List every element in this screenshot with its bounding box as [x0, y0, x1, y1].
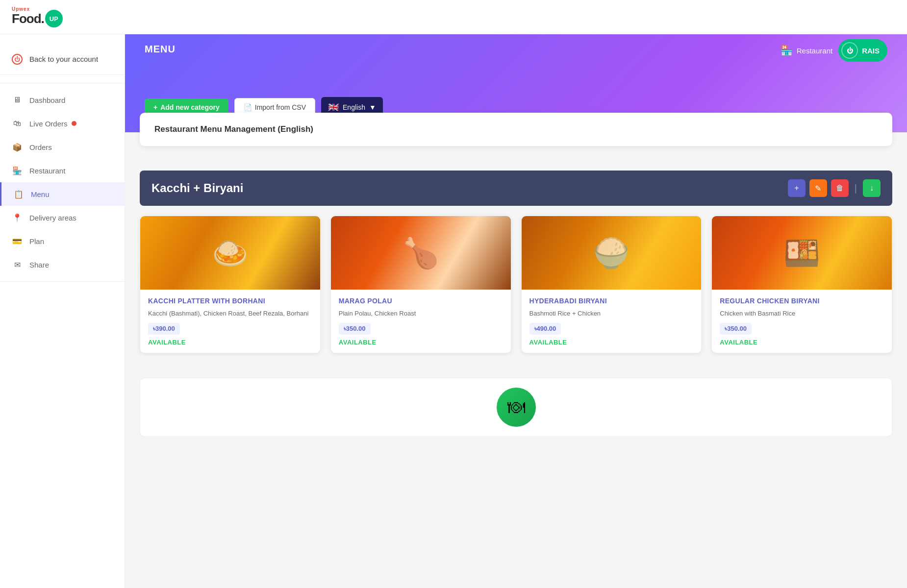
power-symbol: ⏻	[847, 47, 853, 54]
sidebar-item-share[interactable]: ✉ Share	[0, 253, 125, 276]
live-orders-icon: 🛍	[12, 118, 23, 129]
menu-item-status-1: AVAILABLE	[148, 339, 312, 346]
bottom-section: 🍽	[140, 378, 892, 437]
hero-top-bar: MENU 🏪 Restaurant ⏻ RAIS	[125, 34, 907, 64]
category-title: Kacchi + Biryani	[151, 181, 243, 195]
menu-page-label: MENU	[145, 44, 176, 55]
sidebar-label-dashboard: Dashboard	[29, 96, 65, 104]
top-header: Upwex Food. UP	[0, 0, 907, 34]
main-content: MENU 🏪 Restaurant ⏻ RAIS +	[125, 34, 907, 588]
menu-item-desc-1: Kacchi (Bashmati), Chicken Roast, Beef R…	[148, 309, 312, 318]
sidebar-label-orders: Orders	[29, 143, 52, 151]
menu-card-2: 🍗 MARAG POLAU Plain Polau, Chicken Roast…	[330, 216, 511, 353]
menu-item-image-3: 🍚	[522, 216, 702, 290]
back-to-account-button[interactable]: Back to your account	[0, 44, 125, 75]
sidebar-item-orders[interactable]: 📦 Orders	[0, 135, 125, 159]
import-csv-label: Import from CSV	[255, 103, 306, 111]
content-card: Restaurant Menu Management (English)	[140, 113, 892, 146]
sidebar-divider-top	[0, 83, 125, 83]
sidebar-item-menu[interactable]: 📋 Menu	[0, 182, 125, 206]
add-category-label: Add new category	[160, 103, 220, 111]
menu-item-status-3: AVAILABLE	[529, 339, 694, 346]
delivery-areas-icon: 📍	[12, 212, 23, 223]
menu-items-grid: 🍛 KACCHI PLATTER WITH BORHANI Kacchi (Ba…	[140, 216, 892, 353]
category-actions: + ✎ 🗑 | ↓	[788, 179, 881, 197]
menu-item-desc-2: Plain Polau, Chicken Roast	[339, 309, 503, 318]
page-title: Restaurant Menu Management (English)	[154, 124, 878, 134]
menu-item-status-2: AVAILABLE	[339, 339, 503, 346]
user-avatar: ⏻	[841, 42, 858, 59]
menu-card-4: 🍱 REGULAR CHICKEN BIRYANI Chicken with B…	[711, 216, 892, 353]
flag-icon: 🇬🇧	[328, 102, 339, 113]
orders-icon: 📦	[12, 142, 23, 152]
menu-card-body-2: MARAG POLAU Plain Polau, Chicken Roast ৳…	[331, 290, 511, 353]
chevron-down-icon: ▼	[369, 103, 376, 111]
add-item-icon: +	[794, 184, 799, 193]
category-header: Kacchi + Biryani + ✎ 🗑 | ↓	[140, 171, 892, 206]
sidebar-label-delivery-areas: Delivery areas	[29, 214, 76, 222]
sidebar-item-delivery-areas[interactable]: 📍 Delivery areas	[0, 206, 125, 229]
back-label: Back to your account	[29, 54, 98, 64]
menu-icon: 📋	[13, 189, 24, 199]
sidebar-label-share: Share	[29, 261, 49, 269]
restaurant-icon: 🏪	[12, 165, 23, 176]
restaurant-button[interactable]: 🏪 Restaurant	[781, 45, 832, 56]
menu-item-price-4: ৳350.00	[720, 323, 752, 335]
menu-item-image-4: 🍱	[712, 216, 892, 290]
sidebar-item-live-orders[interactable]: 🛍 Live Orders	[0, 112, 125, 135]
sidebar-label-menu: Menu	[31, 190, 50, 198]
power-icon	[12, 54, 23, 65]
sidebar-divider-bottom	[0, 281, 125, 282]
dashboard-icon: 🖥	[12, 95, 23, 105]
menu-item-image-1: 🍛	[140, 216, 320, 290]
menu-item-price-1: ৳390.00	[148, 323, 180, 335]
action-divider: |	[853, 183, 859, 194]
live-orders-badge	[72, 121, 76, 126]
edit-icon: ✎	[815, 184, 821, 193]
logo-name: Food.	[12, 11, 44, 26]
hero-right-actions: 🏪 Restaurant ⏻ RAIS	[781, 39, 887, 62]
restaurant-icon-header: 🏪	[781, 45, 793, 56]
sidebar-item-restaurant[interactable]: 🏪 Restaurant	[0, 159, 125, 182]
menu-item-price-3: ৳490.00	[529, 323, 561, 335]
edit-category-button[interactable]: ✎	[809, 179, 827, 197]
logo: Upwex Food. UP	[12, 6, 63, 27]
menu-item-image-2: 🍗	[331, 216, 511, 290]
menu-item-name-1: KACCHI PLATTER WITH BORHANI	[148, 296, 312, 305]
sidebar-item-plan[interactable]: 💳 Plan	[0, 229, 125, 253]
plan-icon: 💳	[12, 236, 23, 246]
delete-icon: 🗑	[836, 184, 844, 193]
logo-badge: UP	[45, 10, 63, 27]
add-icon: +	[153, 103, 157, 111]
menu-item-name-4: REGULAR CHICKEN BIRYANI	[720, 296, 884, 305]
user-name: RAIS	[862, 47, 880, 55]
restaurant-label: Restaurant	[797, 47, 832, 55]
csv-icon: 📄	[244, 103, 252, 111]
user-button[interactable]: ⏻ RAIS	[838, 39, 887, 62]
move-category-button[interactable]: ↓	[863, 179, 881, 197]
category-section: Kacchi + Biryani + ✎ 🗑 | ↓	[140, 171, 892, 368]
share-icon: ✉	[12, 259, 23, 270]
menu-card-3: 🍚 HYDERABADI BIRYANI Bashmoti Rice + Chi…	[521, 216, 702, 353]
sidebar-label-plan: Plan	[29, 237, 44, 245]
sidebar-item-dashboard[interactable]: 🖥 Dashboard	[0, 88, 125, 112]
menu-item-desc-4: Chicken with Basmati Rice	[720, 309, 884, 318]
language-label: English	[343, 103, 365, 111]
menu-card-body-3: HYDERABADI BIRYANI Bashmoti Rice + Chick…	[522, 290, 702, 353]
menu-item-desc-3: Bashmoti Rice + Chicken	[529, 309, 694, 318]
sidebar-label-live-orders: Live Orders	[29, 120, 68, 128]
menu-item-status-4: AVAILABLE	[720, 339, 884, 346]
menu-card-body-1: KACCHI PLATTER WITH BORHANI Kacchi (Bash…	[140, 290, 320, 353]
sidebar: Back to your account 🖥 Dashboard 🛍 Live …	[0, 34, 125, 588]
add-item-button[interactable]: +	[788, 179, 806, 197]
sidebar-label-restaurant: Restaurant	[29, 167, 65, 175]
menu-card-body-4: REGULAR CHICKEN BIRYANI Chicken with Bas…	[712, 290, 892, 353]
delete-category-button[interactable]: 🗑	[831, 179, 849, 197]
menu-card-1: 🍛 KACCHI PLATTER WITH BORHANI Kacchi (Ba…	[140, 216, 321, 353]
move-down-icon: ↓	[870, 184, 874, 193]
menu-item-name-2: MARAG POLAU	[339, 296, 503, 305]
menu-item-price-2: ৳350.00	[339, 323, 371, 335]
menu-item-name-3: HYDERABADI BIRYANI	[529, 296, 694, 305]
